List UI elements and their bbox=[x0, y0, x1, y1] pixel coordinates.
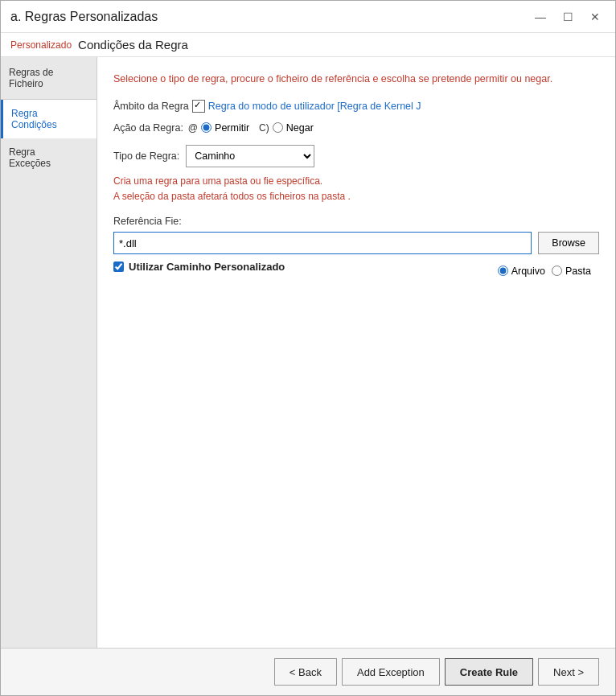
tipo-label: Tipo de Regra: bbox=[113, 150, 179, 162]
arquivo-pasta-row: Arquivo Pasta bbox=[498, 266, 599, 277]
radio-arquivo[interactable]: Arquivo bbox=[498, 266, 545, 277]
reference-input[interactable] bbox=[113, 232, 532, 254]
sidebar-item-regra-excecoes[interactable]: RegraExceções bbox=[1, 138, 97, 177]
reference-row: Browse bbox=[113, 232, 599, 254]
next-button[interactable]: Next > bbox=[538, 658, 599, 686]
title-controls: — ☐ ✕ bbox=[530, 8, 606, 26]
radio-negar-label: Negar bbox=[286, 122, 314, 134]
ambito-checkbox[interactable] bbox=[192, 100, 205, 113]
radio-pasta-input[interactable] bbox=[552, 266, 562, 276]
window: a. Regras Personalizadas — ☐ ✕ Personali… bbox=[0, 0, 616, 696]
title-bar: a. Regras Personalizadas — ☐ ✕ bbox=[1, 1, 615, 33]
acao-label: Ação da Regra: bbox=[113, 122, 183, 134]
subtitle-bar: Personalizado Condições da Regra bbox=[1, 33, 615, 57]
add-exception-button[interactable]: Add Exception bbox=[342, 658, 440, 686]
radio-negar[interactable]: C) Negar bbox=[259, 122, 314, 134]
minimize-button[interactable]: — bbox=[530, 8, 551, 26]
use-custom-path-checkbox[interactable] bbox=[113, 262, 124, 272]
tipo-select[interactable]: Caminho Hash Certificado bbox=[186, 145, 314, 167]
radio-arquivo-input[interactable] bbox=[498, 266, 508, 276]
use-custom-path-label: Utilizar Caminho Personalizado bbox=[129, 261, 285, 273]
back-button[interactable]: < Back bbox=[274, 658, 337, 686]
radio-group: @ Permitir C) Negar bbox=[188, 122, 314, 134]
description-text: Selecione o tipo de regra, procure o fic… bbox=[113, 72, 599, 87]
acao-row: Ação da Regra: @ Permitir C) Negar bbox=[113, 122, 599, 134]
checkbox-row: Utilizar Caminho Personalizado bbox=[113, 261, 285, 273]
hint-text: Cria uma regra para uma pasta ou fie esp… bbox=[113, 174, 599, 204]
maximize-button[interactable]: ☐ bbox=[557, 8, 578, 26]
subtitle-label: Personalizado bbox=[10, 39, 72, 51]
browse-button[interactable]: Browse bbox=[538, 232, 599, 254]
sidebar-section-regras-ficheiro[interactable]: Regras de Ficheiro bbox=[1, 57, 97, 100]
ambito-value[interactable]: Regra do modo de utilizador [Regra de Ke… bbox=[208, 101, 421, 112]
reference-label: Referência Fie: bbox=[113, 216, 599, 227]
bottom-bar: < Back Add Exception Create Rule Next > bbox=[1, 648, 615, 695]
ambito-row: Âmbito da Regra Regra do modo de utiliza… bbox=[113, 100, 599, 113]
sidebar-item-regra-condicoes[interactable]: RegraCondições bbox=[1, 100, 97, 138]
radio-pasta[interactable]: Pasta bbox=[552, 266, 591, 277]
close-button[interactable]: ✕ bbox=[585, 8, 606, 26]
main-content: Regras de Ficheiro RegraCondições RegraE… bbox=[1, 57, 615, 648]
sidebar: Regras de Ficheiro RegraCondições RegraE… bbox=[1, 57, 97, 648]
create-rule-button[interactable]: Create Rule bbox=[445, 658, 533, 686]
radio-permitir[interactable]: @ Permitir bbox=[188, 122, 249, 134]
radio-arquivo-label: Arquivo bbox=[511, 266, 545, 277]
tipo-row: Tipo de Regra: Caminho Hash Certificado bbox=[113, 145, 599, 167]
subtitle-title: Condições da Regra bbox=[78, 38, 188, 51]
radio-permitir-input[interactable] bbox=[201, 122, 211, 133]
ambito-label: Âmbito da Regra bbox=[113, 101, 189, 112]
hint-line2: A seleção da pasta afetará todos os fich… bbox=[113, 191, 351, 202]
hint-line1: Cria uma regra para uma pasta ou fie esp… bbox=[113, 175, 322, 187]
radio-negar-input[interactable] bbox=[273, 122, 283, 133]
radio-pasta-label: Pasta bbox=[565, 266, 591, 277]
window-title: a. Regras Personalizadas bbox=[10, 10, 158, 24]
content-area: Selecione o tipo de regra, procure o fic… bbox=[97, 57, 615, 648]
radio-permitir-label: Permitir bbox=[215, 122, 249, 134]
